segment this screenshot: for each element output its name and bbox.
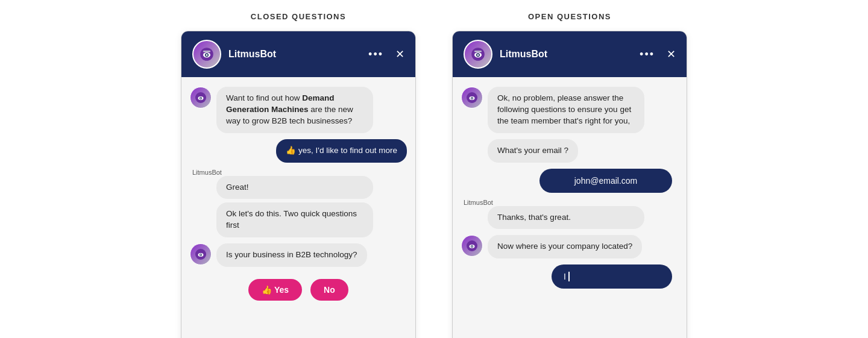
typing-text: I — [564, 272, 566, 281]
open-user-typing-bubble[interactable]: I — [552, 264, 672, 289]
open-bot-group-messages: Thanks, that's great. — [488, 206, 678, 230]
bot-bubble-two-questions: Ok let's do this. Two quick questions fi… — [216, 202, 373, 237]
user-bubble-1: 👍 yes, I'd like to find out more — [276, 139, 407, 163]
svg-point-16 — [477, 54, 479, 56]
open-bot-name: LitmusBot — [500, 49, 632, 60]
open-bot-bubble-1: Ok, no problem, please answer the follow… — [488, 87, 644, 133]
bot-bubble-b2b: Is your business in B2B technology? — [216, 243, 367, 267]
closed-bot-avatar — [192, 40, 221, 69]
open-header-close[interactable]: ✕ — [667, 48, 676, 61]
svg-rect-17 — [474, 51, 482, 52]
open-bot-group-label: LitmusBot — [464, 199, 678, 206]
svg-point-25 — [471, 246, 473, 247]
open-bot-group-thanks: LitmusBot Thanks, that's great. — [461, 199, 678, 230]
closed-questions-section: CLOSED QUESTIONS LitmusBot ••• ✕ — [181, 12, 416, 338]
open-user-row-typing: I — [461, 264, 678, 289]
open-bot-bubble-thanks: Thanks, that's great. — [488, 206, 644, 230]
bot-avatar-small-2 — [190, 243, 212, 265]
closed-section-title: CLOSED QUESTIONS — [251, 12, 346, 21]
closed-bot-name: LitmusBot — [228, 49, 361, 60]
bot-avatar-small-1 — [190, 87, 212, 108]
bot-message-row-2: Is your business in B2B technology? — [190, 243, 407, 267]
closed-header-close[interactable]: ✕ — [395, 48, 404, 61]
open-bot-row-email: What's your email ? — [488, 139, 678, 163]
open-bot-avatar-small-2 — [461, 235, 483, 257]
bot-group-label-1: LitmusBot — [192, 169, 407, 176]
svg-point-21 — [471, 98, 473, 99]
bot-group-1: LitmusBot Great! Ok let's do this. Two q… — [190, 169, 407, 238]
open-bot-avatar-small-1 — [461, 87, 483, 108]
open-bot-bubble-email: What's your email ? — [488, 139, 578, 163]
closed-chat-body: Want to find out how Demand Generation M… — [181, 77, 415, 338]
bot-bubble-great: Great! — [216, 176, 373, 199]
open-bot-row-1: Ok, no problem, please answer the follow… — [461, 87, 678, 133]
open-chat-header: LitmusBot ••• ✕ — [453, 31, 687, 77]
svg-rect-4 — [203, 51, 210, 52]
open-user-row-email: john@email.com — [461, 169, 678, 193]
closed-chat-header: LitmusBot ••• ✕ — [181, 31, 415, 77]
closed-header-dots[interactable]: ••• — [368, 48, 383, 61]
no-button[interactable]: No — [310, 279, 348, 301]
yes-no-row: 👍 Yes No — [190, 279, 407, 301]
svg-point-12 — [200, 254, 201, 255]
bot-message-row-1: Want to find out how Demand Generation M… — [190, 87, 407, 133]
bot-group-messages-1: Great! Ok let's do this. Two quick quest… — [216, 176, 407, 238]
open-chat-body: Ok, no problem, please answer the follow… — [453, 77, 687, 338]
cursor-blink — [568, 272, 570, 281]
open-questions-section: OPEN QUESTIONS LitmusBot ••• ✕ — [452, 12, 687, 338]
open-chat-window: LitmusBot ••• ✕ Ok, no problem, please a… — [452, 31, 687, 338]
svg-point-3 — [206, 54, 208, 56]
open-bot-row-location: Now where is your company located? — [461, 235, 678, 258]
open-bot-avatar — [464, 40, 492, 69]
closed-chat-window: LitmusBot ••• ✕ Want to find out how Dem… — [181, 31, 416, 338]
open-section-title: OPEN QUESTIONS — [528, 12, 611, 21]
yes-button[interactable]: 👍 Yes — [248, 279, 302, 301]
open-bot-bubble-location: Now where is your company located? — [488, 235, 642, 258]
open-header-dots[interactable]: ••• — [640, 48, 655, 61]
user-message-row-1: 👍 yes, I'd like to find out more — [190, 139, 407, 163]
open-user-email-bubble: john@email.com — [539, 169, 672, 193]
svg-point-8 — [200, 98, 201, 99]
bot-bubble-1: Want to find out how Demand Generation M… — [216, 87, 373, 133]
